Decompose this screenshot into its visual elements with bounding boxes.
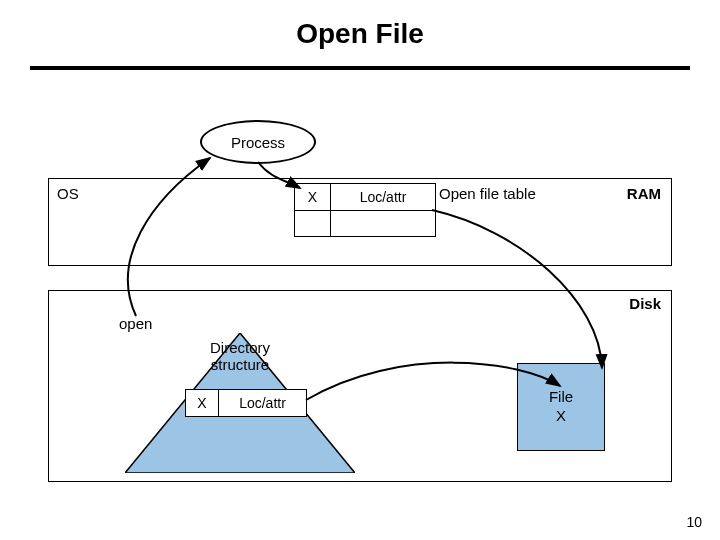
dir-loc-attr-cell: Loc/attr (219, 390, 306, 416)
directory-structure: Directory structure X Loc/attr (125, 333, 355, 473)
slide: Open File Process OS RAM Open file table… (0, 0, 720, 540)
open-file-table-label: Open file table (439, 185, 536, 202)
slide-title: Open File (0, 18, 720, 50)
process-node: Process (200, 120, 316, 164)
file-block: File X (517, 363, 605, 451)
directory-entry: X Loc/attr (185, 389, 307, 417)
dir-name-cell: X (186, 390, 219, 416)
table-row: X Loc/attr (295, 184, 435, 211)
open-call-label: open (119, 315, 152, 332)
file-name-cell: X (295, 184, 331, 210)
table-row (295, 211, 435, 237)
empty-cell (331, 211, 435, 237)
title-divider (30, 66, 690, 70)
os-label: OS (57, 185, 79, 202)
directory-label: Directory structure (125, 339, 355, 374)
page-number: 10 (686, 514, 702, 530)
ram-label: RAM (627, 185, 661, 202)
loc-attr-cell: Loc/attr (331, 184, 435, 210)
process-label: Process (231, 134, 285, 151)
open-file-table: X Loc/attr (294, 183, 436, 237)
empty-cell (295, 211, 331, 237)
disk-region: Disk open Directory structure X Loc/attr… (48, 290, 672, 482)
ram-region: OS RAM Open file table X Loc/attr (48, 178, 672, 266)
disk-label: Disk (629, 295, 661, 312)
